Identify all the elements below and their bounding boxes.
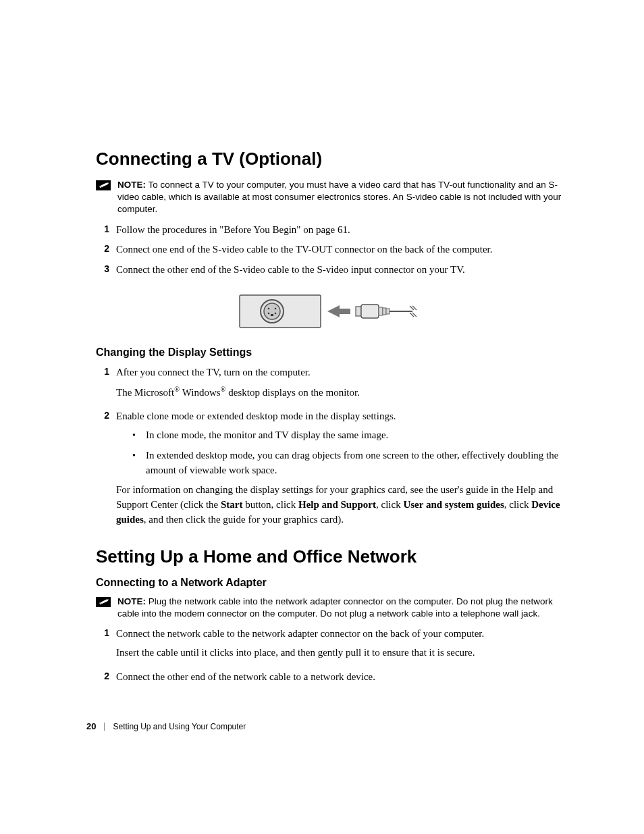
display-step-2-intro: Enable clone mode or extended desktop mo… xyxy=(116,409,563,424)
svg-marker-12 xyxy=(327,305,350,317)
svideo-connector-icon xyxy=(238,292,421,332)
network-step-2-text: Connect the other end of the network cab… xyxy=(116,670,563,685)
note-label: NOTE: xyxy=(117,596,146,606)
svg-rect-16 xyxy=(383,308,386,315)
bullet-extended-mode: In extended desktop mode, you can drag o… xyxy=(132,448,563,478)
display-step-1-line2: The Microsoft® Windows® desktop displays… xyxy=(116,384,563,400)
svg-point-7 xyxy=(268,308,270,310)
note-tv: NOTE: To connect a TV to your computer, … xyxy=(96,179,563,216)
svg-point-10 xyxy=(275,313,277,315)
note-body: To connect a TV to your computer, you mu… xyxy=(117,180,561,214)
svideo-diagram xyxy=(96,292,563,332)
display-steps-list: After you connect the TV, turn on the co… xyxy=(96,365,563,531)
svg-rect-11 xyxy=(271,314,273,316)
note-network: NOTE: Plug the network cable into the ne… xyxy=(96,596,563,620)
step-3: Connect the other end of the S-video cab… xyxy=(96,263,563,278)
step-2: Connect one end of the S-video cable to … xyxy=(96,242,563,257)
heading-display-settings: Changing the Display Settings xyxy=(96,346,563,359)
display-step-1-line1: After you connect the TV, turn on the co… xyxy=(116,365,563,380)
svg-point-6 xyxy=(264,303,280,319)
heading-connecting-tv: Connecting a TV (Optional) xyxy=(96,149,563,170)
step-1: Follow the procedures in "Before You Beg… xyxy=(96,223,563,238)
registered-icon: ® xyxy=(221,386,226,393)
note-network-text: NOTE: Plug the network cable into the ne… xyxy=(117,596,563,620)
footer-separator xyxy=(104,723,105,731)
note-pencil-icon xyxy=(96,597,111,607)
heading-network-adapter: Connecting to a Network Adapter xyxy=(96,577,563,589)
bullet-clone-mode: In clone mode, the monitor and TV displa… xyxy=(132,428,563,443)
tv-steps-list: Follow the procedures in "Before You Beg… xyxy=(96,223,563,278)
page-footer: 20 Setting Up and Using Your Computer xyxy=(86,721,246,731)
step-2-text: Connect one end of the S-video cable to … xyxy=(116,242,563,257)
page-number: 20 xyxy=(86,721,96,731)
document-page: Connecting a TV (Optional) NOTE: To conn… xyxy=(0,0,644,834)
svg-rect-14 xyxy=(361,305,379,318)
heading-network: Setting Up a Home and Office Network xyxy=(96,546,563,567)
display-step-2-bullets: In clone mode, the monitor and TV displa… xyxy=(132,428,563,477)
display-step-2: Enable clone mode or extended desktop mo… xyxy=(96,409,563,531)
step-1-text: Follow the procedures in "Before You Beg… xyxy=(116,223,563,238)
network-steps-list: Connect the network cable to the network… xyxy=(96,627,563,684)
network-step-1-line1: Connect the network cable to the network… xyxy=(116,627,563,642)
display-step-1: After you connect the TV, turn on the co… xyxy=(96,365,563,405)
display-step-2-info: For information on changing the display … xyxy=(116,483,563,527)
svg-point-8 xyxy=(275,308,277,310)
note-body: Plug the network cable into the network … xyxy=(117,596,553,619)
note-label: NOTE: xyxy=(117,180,146,190)
svg-rect-17 xyxy=(386,309,390,314)
network-step-1-line2: Insert the cable until it clicks into pl… xyxy=(116,646,563,660)
footer-chapter: Setting Up and Using Your Computer xyxy=(113,722,246,731)
network-step-1: Connect the network cable to the network… xyxy=(96,627,563,664)
note-tv-text: NOTE: To connect a TV to your computer, … xyxy=(117,179,563,216)
svg-point-9 xyxy=(268,313,270,315)
network-step-2: Connect the other end of the network cab… xyxy=(96,670,563,685)
step-3-text: Connect the other end of the S-video cab… xyxy=(116,263,563,278)
svg-rect-13 xyxy=(356,307,361,316)
note-pencil-icon xyxy=(96,180,111,190)
svg-rect-15 xyxy=(379,307,383,315)
